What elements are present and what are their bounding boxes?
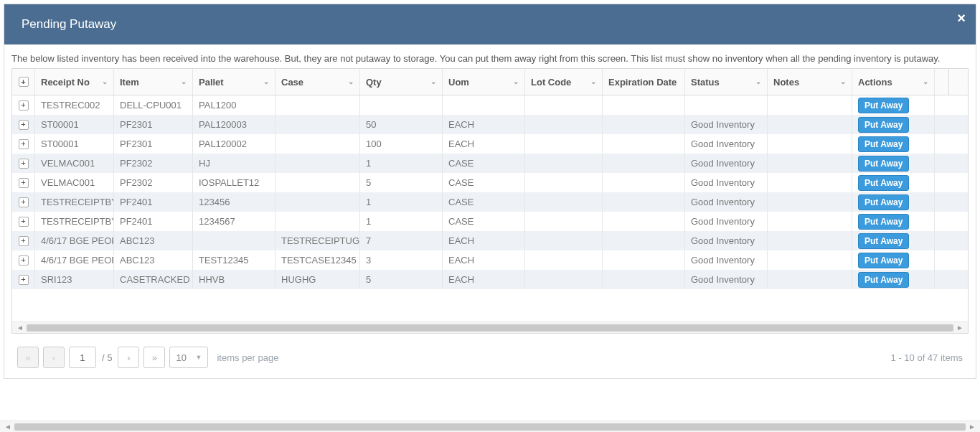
cell-receipt: ST00001 bbox=[35, 115, 114, 134]
cell-status: Good Inventory bbox=[685, 212, 768, 231]
page-next-button[interactable]: › bbox=[118, 347, 139, 368]
cell-notes bbox=[768, 154, 852, 173]
expand-all-header[interactable]: + bbox=[12, 69, 35, 95]
put-away-button[interactable]: Put Away bbox=[858, 175, 909, 191]
cell-qty: 1 bbox=[360, 212, 443, 231]
col-header-receipt[interactable]: Receipt No⌄ bbox=[35, 69, 114, 95]
page-first-button[interactable]: « bbox=[17, 347, 39, 368]
put-away-button[interactable]: Put Away bbox=[858, 98, 909, 113]
expand-row-button[interactable]: + bbox=[12, 212, 35, 231]
page-number-input[interactable] bbox=[69, 347, 96, 368]
cell-pallet: TEST12345 bbox=[193, 250, 275, 270]
cell-expiration bbox=[603, 115, 685, 134]
col-header-uom[interactable]: Uom⌄ bbox=[443, 69, 525, 95]
put-away-button[interactable]: Put Away bbox=[858, 272, 909, 288]
close-icon[interactable]: × bbox=[957, 10, 966, 27]
expand-row-button[interactable]: + bbox=[12, 231, 35, 250]
col-header-pallet[interactable]: Pallet⌄ bbox=[193, 69, 275, 95]
cell-uom: EACH bbox=[443, 115, 525, 134]
expand-row-button[interactable]: + bbox=[12, 134, 35, 154]
cell-case: TESTRECEIPTUG bbox=[275, 231, 360, 250]
plus-icon[interactable]: + bbox=[19, 197, 29, 207]
expand-row-button[interactable]: + bbox=[12, 250, 35, 270]
page-last-button[interactable]: » bbox=[143, 347, 165, 368]
col-header-notes[interactable]: Notes⌄ bbox=[768, 69, 852, 95]
cell-lot bbox=[525, 212, 603, 231]
cell-notes bbox=[768, 250, 852, 270]
plus-icon[interactable]: + bbox=[19, 255, 29, 266]
row-gutter bbox=[935, 250, 949, 270]
col-header-case[interactable]: Case⌄ bbox=[275, 69, 360, 95]
cell-actions: Put Away bbox=[852, 192, 935, 212]
cell-uom: EACH bbox=[443, 231, 525, 250]
cell-actions: Put Away bbox=[852, 95, 935, 115]
row-gutter bbox=[935, 95, 949, 115]
table-row: +TESTRECEIPTBYSRIPF24011234561CASEGood I… bbox=[12, 192, 968, 212]
cell-expiration bbox=[603, 134, 685, 154]
cell-uom: CASE bbox=[443, 154, 525, 173]
plus-icon[interactable]: + bbox=[19, 236, 29, 246]
grid-horizontal-scrollbar[interactable]: ◄ ► bbox=[12, 321, 968, 333]
row-gutter bbox=[935, 115, 949, 134]
plus-icon[interactable]: + bbox=[19, 178, 29, 188]
col-header-status[interactable]: Status⌄ bbox=[685, 69, 768, 95]
col-header-lot[interactable]: Lot Code⌄ bbox=[525, 69, 603, 95]
cell-receipt: SRI123 bbox=[35, 270, 114, 289]
put-away-button[interactable]: Put Away bbox=[858, 253, 909, 268]
put-away-button[interactable]: Put Away bbox=[858, 214, 909, 230]
col-header-item[interactable]: Item⌄ bbox=[114, 69, 193, 95]
cell-uom: EACH bbox=[443, 134, 525, 154]
cell-receipt: VELMAC001 bbox=[35, 154, 114, 173]
scroll-left-icon[interactable]: ◄ bbox=[17, 324, 24, 332]
expand-row-button[interactable]: + bbox=[12, 115, 35, 134]
scroll-right-icon[interactable]: ► bbox=[956, 324, 963, 332]
cell-item: ABC123 bbox=[114, 250, 193, 270]
scroll-left-icon[interactable]: ◄ bbox=[4, 423, 11, 431]
cell-case bbox=[275, 134, 360, 154]
cell-status: Good Inventory bbox=[685, 134, 768, 154]
scroll-track[interactable] bbox=[14, 423, 966, 431]
expand-row-button[interactable]: + bbox=[12, 192, 35, 212]
col-header-expiration[interactable]: Expiration Date bbox=[603, 69, 685, 95]
col-header-actions[interactable]: Actions⌄ bbox=[852, 69, 935, 95]
put-away-button[interactable]: Put Away bbox=[858, 156, 909, 172]
page-size-select[interactable]: 10 ▼ bbox=[169, 347, 208, 368]
cell-expiration bbox=[603, 154, 685, 173]
cell-item: ABC123 bbox=[114, 231, 193, 250]
plus-icon[interactable]: + bbox=[19, 120, 29, 130]
expand-row-button[interactable]: + bbox=[12, 173, 35, 192]
pager-summary: 1 - 10 of 47 items bbox=[891, 352, 963, 363]
cell-uom: CASE bbox=[443, 192, 525, 212]
plus-icon[interactable]: + bbox=[19, 139, 29, 149]
cell-receipt: TESTRECEIPTBYSRI bbox=[35, 192, 114, 212]
expand-row-button[interactable]: + bbox=[12, 95, 35, 115]
window-horizontal-scrollbar[interactable]: ◄ ► bbox=[0, 421, 980, 432]
scroll-gutter bbox=[935, 69, 949, 95]
cell-receipt: ST00001 bbox=[35, 134, 114, 154]
page-prev-button[interactable]: ‹ bbox=[43, 347, 65, 368]
plus-icon[interactable]: + bbox=[19, 275, 29, 285]
plus-icon[interactable]: + bbox=[19, 77, 29, 87]
modal-body: The below listed inventory has been rece… bbox=[4, 44, 976, 378]
cell-expiration bbox=[603, 231, 685, 250]
plus-icon[interactable]: + bbox=[19, 100, 29, 111]
col-header-qty[interactable]: Qty⌄ bbox=[360, 69, 443, 95]
cell-qty: 50 bbox=[360, 115, 443, 134]
put-away-button[interactable]: Put Away bbox=[858, 233, 909, 249]
put-away-button[interactable]: Put Away bbox=[858, 117, 909, 133]
plus-icon[interactable]: + bbox=[19, 217, 29, 227]
row-gutter bbox=[935, 192, 949, 212]
cell-uom: EACH bbox=[443, 250, 525, 270]
expand-row-button[interactable]: + bbox=[12, 154, 35, 173]
scroll-track[interactable] bbox=[27, 324, 953, 332]
cell-notes bbox=[768, 212, 852, 231]
cell-actions: Put Away bbox=[852, 115, 935, 134]
put-away-button[interactable]: Put Away bbox=[858, 136, 909, 152]
table-row: +VELMAC001PF2302HJ1CASEGood InventoryPut… bbox=[12, 154, 968, 173]
cell-status bbox=[685, 95, 768, 115]
plus-icon[interactable]: + bbox=[19, 159, 29, 169]
grid-empty-space bbox=[12, 289, 968, 321]
expand-row-button[interactable]: + bbox=[12, 270, 35, 289]
put-away-button[interactable]: Put Away bbox=[858, 194, 909, 210]
scroll-right-icon[interactable]: ► bbox=[969, 423, 976, 431]
